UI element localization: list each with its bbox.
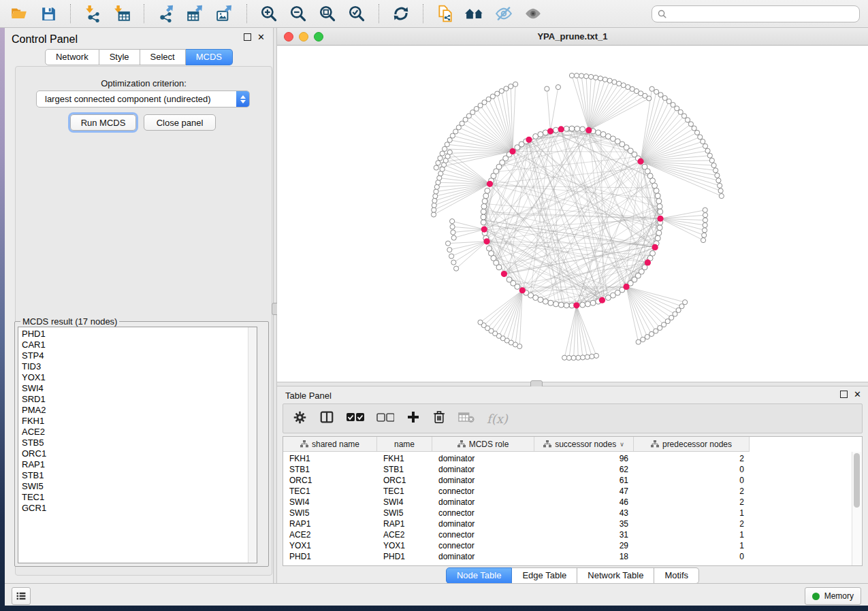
network-title: YPA_prune.txt_1 (277, 31, 868, 42)
column-type-icon (543, 440, 551, 448)
network-canvas[interactable] (277, 46, 868, 382)
tab-mcds[interactable]: MCDS (186, 49, 233, 65)
table-row-RAP1[interactable]: RAP1RAP1dominator352 (283, 518, 750, 529)
show-all-button[interactable] (522, 3, 544, 24)
open-session-button[interactable] (8, 3, 30, 24)
function-builder-button[interactable]: f(x) (487, 412, 508, 426)
run-mcds-button[interactable]: Run MCDS (70, 114, 136, 131)
split-view-button[interactable] (319, 410, 334, 427)
tab-style[interactable]: Style (99, 49, 140, 65)
cell-name: RAP1 (377, 518, 432, 529)
search-input[interactable] (671, 8, 854, 20)
cell-predecessor-nodes: 0 (634, 475, 750, 486)
node-table[interactable]: shared namenameMCDS rolesuccessor nodes∨… (283, 436, 863, 566)
tab-network[interactable]: Network (45, 49, 99, 65)
network-from-file-button[interactable] (434, 3, 456, 24)
select-all-button[interactable] (347, 412, 364, 425)
cell-shared-name: FKH1 (283, 453, 377, 464)
table-row-FKH1[interactable]: FKH1FKH1dominator962 (283, 453, 750, 464)
delete-row-button[interactable] (432, 410, 446, 427)
network-titlebar[interactable]: YPA_prune.txt_1 (277, 28, 868, 46)
first-neighbors-button[interactable] (464, 3, 485, 24)
table-row-ORC1[interactable]: ORC1ORC1dominator610 (283, 475, 750, 486)
export-network-button[interactable] (155, 3, 177, 24)
tab-network-table[interactable]: Network Table (577, 567, 654, 584)
task-history-button[interactable] (12, 587, 31, 605)
mcds-node-item[interactable]: RAP1 (22, 459, 46, 470)
mcds-node-item[interactable]: ORC1 (22, 448, 46, 459)
mcds-node-item[interactable]: SWI5 (22, 481, 46, 492)
mcds-node-item[interactable]: YOX1 (22, 372, 46, 383)
mcds-node-item[interactable]: GCR1 (22, 503, 46, 514)
tab-select[interactable]: Select (140, 49, 186, 65)
cell-mcds-role: dominator (432, 453, 534, 464)
table-settings-button[interactable] (293, 410, 307, 427)
export-image-button[interactable] (214, 3, 236, 24)
refresh-button[interactable] (390, 3, 412, 24)
zoom-in-button[interactable] (258, 3, 280, 24)
list-scrollbar-track[interactable] (248, 327, 257, 563)
column-header-successor-nodes[interactable]: successor nodes∨ (534, 437, 634, 451)
column-header-shared-name[interactable]: shared name (283, 437, 377, 451)
zoom-out-icon (289, 5, 307, 22)
close-panel-icon[interactable]: ✕ (257, 34, 265, 41)
table-scrollbar-thumb[interactable] (854, 453, 860, 508)
network-graph[interactable] (277, 46, 868, 382)
tab-motifs[interactable]: Motifs (654, 567, 699, 584)
mcds-node-item[interactable]: STP4 (22, 350, 46, 361)
column-header-predecessor-nodes[interactable]: predecessor nodes (634, 437, 750, 451)
cell-successor-nodes: 46 (534, 497, 634, 508)
table-row-SWI4[interactable]: SWI4SWI4dominator462 (283, 497, 750, 508)
two-houses-icon (465, 5, 484, 22)
toolbar-separator (144, 4, 144, 23)
mcds-node-item[interactable]: CAR1 (22, 340, 46, 350)
mcds-node-item[interactable]: TID3 (22, 361, 46, 372)
table-row-PHD1[interactable]: PHD1PHD1dominator180 (283, 551, 750, 562)
table-row-YOX1[interactable]: YOX1YOX1connector291 (283, 540, 750, 551)
mcds-node-item[interactable]: TEC1 (22, 492, 46, 503)
mcds-node-item[interactable]: PMA2 (22, 405, 46, 416)
horizontal-splitter[interactable] (277, 382, 868, 386)
column-header-mcds-role[interactable]: MCDS role (432, 437, 534, 451)
import-network-button[interactable] (82, 3, 103, 24)
mcds-node-item[interactable]: PHD1 (22, 329, 46, 340)
zoom-out-button[interactable] (287, 3, 309, 24)
zoom-selected-button[interactable] (346, 3, 368, 24)
mcds-node-item[interactable]: STB1 (22, 470, 46, 481)
optimization-criterion-dropdown[interactable]: largest connected component (undirected) (36, 90, 250, 108)
desktop: Control Panel ✕ NetworkStyleSelectMCDS O… (0, 0, 868, 611)
delete-table-button[interactable] (458, 412, 475, 426)
mcds-node-item[interactable]: FKH1 (22, 416, 46, 427)
toolbar-separator (379, 4, 379, 23)
zoom-fit-button[interactable] (317, 3, 338, 24)
table-row-TEC1[interactable]: TEC1TEC1connector472 (283, 486, 750, 497)
mcds-node-item[interactable]: SRD1 (22, 394, 46, 405)
deselect-all-button[interactable] (376, 412, 394, 425)
cell-mcds-role: connector (432, 540, 534, 551)
table-row-SWI5[interactable]: SWI5SWI5connector431 (283, 508, 750, 518)
tab-edge-table[interactable]: Edge Table (512, 567, 577, 584)
mcds-node-item[interactable]: SWI4 (22, 383, 46, 394)
table-row-ACE2[interactable]: ACE2ACE2connector311 (283, 529, 750, 540)
export-table-button[interactable] (184, 3, 206, 24)
mcds-result-list[interactable]: PHD1CAR1STP4TID3YOX1SWI4SRD1PMA2FKH1ACE2… (18, 327, 257, 563)
hide-selected-button[interactable] (493, 3, 515, 24)
close-panel-button[interactable]: Close panel (144, 114, 216, 131)
table-scrollbar-track[interactable] (852, 452, 861, 565)
import-table-button[interactable] (111, 3, 133, 24)
table-row-STB1[interactable]: STB1STB1dominator620 (283, 464, 750, 475)
add-row-button[interactable] (406, 410, 420, 427)
memory-button[interactable]: Memory (805, 587, 861, 605)
mcds-node-item[interactable]: STB5 (22, 437, 46, 448)
list-icon (16, 591, 27, 601)
control-panel-tabs: NetworkStyleSelectMCDS (5, 49, 273, 65)
save-session-button[interactable] (37, 3, 59, 24)
column-header-name[interactable]: name (377, 437, 432, 451)
close-panel-icon[interactable]: ✕ (854, 391, 861, 398)
cell-successor-nodes: 31 (534, 529, 634, 540)
float-window-icon[interactable] (244, 33, 251, 41)
float-window-icon[interactable] (840, 391, 848, 398)
tab-node-table[interactable]: Node Table (446, 567, 513, 584)
mcds-node-item[interactable]: ACE2 (22, 427, 46, 437)
sort-chevron-icon: ∨ (620, 441, 624, 448)
